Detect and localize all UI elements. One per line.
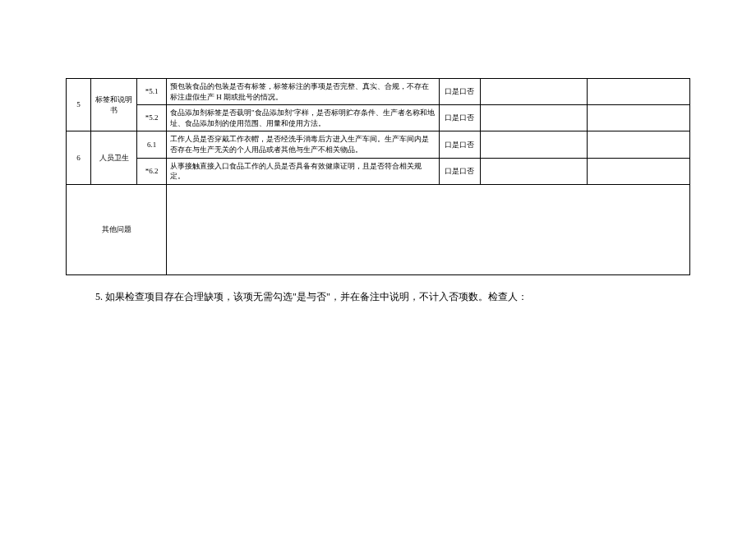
other-issues-label: 其他问题 [67, 184, 167, 274]
other-issues-content [167, 184, 690, 274]
check-option[interactable]: 口是口否 [440, 158, 481, 184]
item-code: 6.1 [137, 131, 167, 158]
footnote-text: 5. 如果检查项目存在合理缺项，该项无需勾选"是与否"，并在备注中说明，不计入否… [66, 290, 690, 304]
category-label: 标签和说明书 [91, 79, 137, 131]
item-desc: 工作人员是否穿戴工作衣帽，是否经洗手消毒后方进入生产车间。生产车间内是否存在与生… [167, 131, 440, 158]
check-option[interactable]: 口是口否 [440, 105, 481, 131]
item-code: *6.2 [137, 158, 167, 184]
note-cell [588, 131, 690, 158]
row-number: 6 [67, 131, 91, 184]
item-desc: 食品添加剂标签是否载明"食品添加剂"字样，是否标明贮存条件、生产者名称和地址、食… [167, 105, 440, 131]
item-desc: 从事接触直接入口食品工作的人员是否具备有效健康证明，且是否符合相关规定。 [167, 158, 440, 184]
item-desc: 预包装食品的包装是否有标签，标签标注的事项是否完整、真实、合规，不存在标注虚假生… [167, 79, 440, 105]
check-option[interactable]: 口是口否 [440, 131, 481, 158]
table-row: *5.2 食品添加剂标签是否载明"食品添加剂"字样，是否标明贮存条件、生产者名称… [67, 105, 690, 131]
table-row: 5 标签和说明书 *5.1 预包装食品的包装是否有标签，标签标注的事项是否完整、… [67, 79, 690, 105]
note-cell [588, 79, 690, 105]
note-cell [588, 105, 690, 131]
table-row: 6 人员卫生 6.1 工作人员是否穿戴工作衣帽，是否经洗手消毒后方进入生产车间。… [67, 131, 690, 158]
item-code: *5.2 [137, 105, 167, 131]
inspection-table: 5 标签和说明书 *5.1 预包装食品的包装是否有标签，标签标注的事项是否完整、… [66, 78, 690, 275]
table-row: *6.2 从事接触直接入口食品工作的人员是否具备有效健康证明，且是否符合相关规定… [67, 158, 690, 184]
note-cell [481, 79, 588, 105]
check-option[interactable]: 口是口否 [440, 79, 481, 105]
table-row: 其他问题 [67, 184, 690, 274]
note-cell [481, 131, 588, 158]
row-number: 5 [67, 79, 91, 131]
note-cell [481, 105, 588, 131]
category-label: 人员卫生 [91, 131, 137, 184]
item-code: *5.1 [137, 79, 167, 105]
note-cell [588, 158, 690, 184]
note-cell [481, 158, 588, 184]
